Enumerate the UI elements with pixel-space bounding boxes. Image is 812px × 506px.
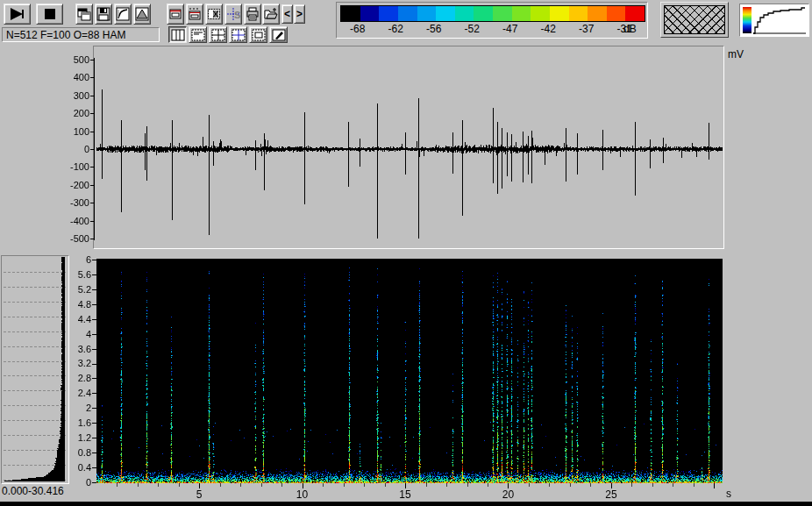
selection-hatch-icon <box>207 7 221 21</box>
transfer-curve-button[interactable] <box>739 4 809 37</box>
time-tick-label: 15 <box>395 488 416 501</box>
oscillogram-display-icon <box>168 7 182 21</box>
stop-icon <box>44 8 56 20</box>
colorbar-segment <box>360 6 380 21</box>
colorbar-tick: -56 <box>415 23 453 35</box>
layout-header-button[interactable] <box>189 26 207 43</box>
colorbar-unit-label: dB <box>623 23 637 35</box>
layout-frame-button[interactable] <box>249 26 267 43</box>
layout-grid-blue-button[interactable] <box>229 26 247 43</box>
freq-tick-label: 2 <box>61 402 91 414</box>
y-tick-label: -200 <box>51 179 89 191</box>
layout-frame-icon <box>252 29 266 41</box>
colorbar-segment <box>512 6 531 21</box>
colorbar-segment <box>625 6 645 21</box>
colorbar-segment <box>569 6 588 21</box>
freq-tick-label: 1.6 <box>61 417 91 429</box>
frequency-axis-ticks <box>91 258 96 484</box>
oscillogram-y-axis: 500 400 300 200 100 0 -100 -200 -300 -40… <box>51 53 89 245</box>
calibration-curve-button[interactable] <box>114 4 132 25</box>
spectrogram-y-axis: 6 5.6 5.2 4.8 4.4 4 3.6 3.2 2.8 2.4 2 1.… <box>61 253 91 488</box>
y-tick-label: 200 <box>51 107 89 119</box>
status-field: N=512 F=100 O=88 HAM <box>2 27 160 42</box>
cascade-windows-icon <box>77 7 91 21</box>
hatch-pattern-icon <box>664 5 725 34</box>
next-button[interactable]: > <box>294 4 305 24</box>
layout-columns-button[interactable] <box>168 26 187 43</box>
colorbar-segment <box>341 6 360 21</box>
colorbar-tick-labels: -68 -62 -56 -52 -47 -42 -37 -31 <box>338 23 644 35</box>
hatch-pattern-button[interactable] <box>660 2 729 38</box>
y-tick-label: 100 <box>51 125 89 138</box>
colorbar-tick: -62 <box>377 23 416 35</box>
y-tick-label: 400 <box>51 71 89 83</box>
prev-button[interactable]: < <box>281 4 293 24</box>
oscillogram-display-button[interactable] <box>167 4 184 25</box>
colorbar-tick: -52 <box>453 23 492 35</box>
colorbar-segment <box>417 6 437 21</box>
print-button[interactable] <box>244 4 261 25</box>
palette-gradient-icon <box>743 7 751 33</box>
play-button[interactable] <box>4 4 31 25</box>
spectrogram-display-button[interactable] <box>186 4 203 25</box>
window-function-button[interactable] <box>133 4 151 25</box>
save-button[interactable] <box>95 4 112 25</box>
time-tick-label: 10 <box>292 488 313 501</box>
next-label: > <box>296 8 303 20</box>
colorbar-tick: -68 <box>338 23 377 35</box>
colorbar-segment <box>398 6 417 21</box>
open-file-icon <box>264 7 278 21</box>
bottom-divider <box>0 502 812 506</box>
freq-tick-label: 6 <box>61 253 91 266</box>
colorbar-tick: -47 <box>491 23 530 35</box>
time-unit-label: s <box>726 488 731 501</box>
layout-grid-button[interactable] <box>209 26 227 43</box>
freq-tick-label: 3.6 <box>61 343 91 355</box>
print-icon <box>246 7 260 21</box>
open-file-button[interactable] <box>262 4 280 25</box>
y-tick-label: -300 <box>51 196 89 209</box>
freq-tick-label: 4.4 <box>61 313 91 325</box>
freq-tick-label: 0.4 <box>61 461 91 474</box>
edit-button[interactable] <box>269 26 288 43</box>
y-tick-label: 500 <box>51 53 89 66</box>
freq-tick-label: 5.2 <box>61 283 91 296</box>
y-tick-label: -500 <box>51 232 89 245</box>
cascade-windows-button[interactable] <box>75 4 93 25</box>
average-spectrum-display[interactable] <box>3 257 68 482</box>
spectrogram-display[interactable] <box>96 259 723 483</box>
freq-tick-label: 4 <box>61 328 91 340</box>
s-overlay-button[interactable]: S <box>224 4 242 25</box>
window-function-icon <box>135 7 149 21</box>
oscillogram-display[interactable] <box>84 46 724 248</box>
time-axis-labels: 5 10 15 20 25 <box>189 488 622 501</box>
colorbar-segment <box>550 6 569 21</box>
time-tick-label: 5 <box>189 488 210 501</box>
colorbar-segment <box>531 6 550 21</box>
y-tick-label: -100 <box>51 160 89 173</box>
selection-hatch-button[interactable] <box>205 4 223 25</box>
transfer-curve-icon <box>752 6 807 35</box>
time-tick-label: 20 <box>498 488 519 501</box>
oscillogram-unit-label: mV <box>728 48 744 61</box>
freq-tick-label: 4.8 <box>61 298 91 310</box>
s-overlay-icon: S <box>226 7 240 21</box>
colorbar-segment <box>493 6 512 21</box>
stop-button[interactable] <box>36 4 63 25</box>
y-tick-label: -400 <box>51 215 89 227</box>
colorbar-segment <box>436 6 455 21</box>
y-tick-label: 300 <box>51 89 89 102</box>
status-text: N=512 F=100 O=88 HAM <box>6 29 125 41</box>
layout-columns-icon <box>171 29 185 41</box>
calibration-curve-icon <box>116 7 130 21</box>
freq-tick-label: 0.8 <box>61 446 91 459</box>
edit-pencil-icon <box>272 29 286 41</box>
colorbar: -68 -62 -56 -52 -47 -42 -37 -31 dB <box>336 2 648 39</box>
freq-tick-label: 5.6 <box>61 268 91 281</box>
y-tick-label: 0 <box>51 143 89 155</box>
save-icon <box>96 7 110 21</box>
layout-grid-icon <box>211 29 225 41</box>
svg-text:S: S <box>234 10 240 20</box>
colorbar-tick: -37 <box>567 23 606 35</box>
colorbar-segment <box>474 6 493 21</box>
